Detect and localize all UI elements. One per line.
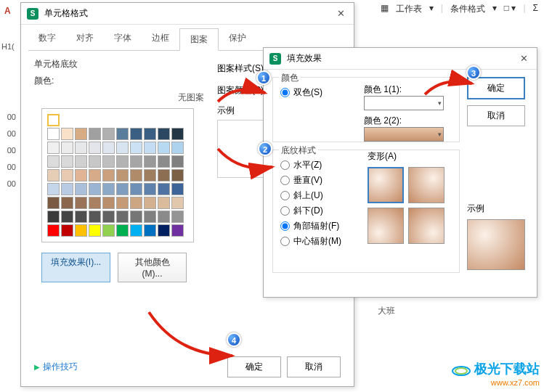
color-swatch[interactable] [61,169,73,181]
color-swatch[interactable] [144,197,156,209]
color-swatch[interactable] [102,169,115,181]
color-swatch[interactable] [47,211,60,223]
color-swatch[interactable] [171,211,184,223]
variant-1[interactable] [368,167,404,203]
color-swatch[interactable] [158,224,170,237]
color-swatch[interactable] [130,183,142,195]
color-swatch[interactable] [116,142,129,154]
color-swatch[interactable] [75,155,87,168]
color-swatch[interactable] [144,183,156,195]
color-swatch[interactable] [89,197,101,209]
color-swatch[interactable] [130,142,142,154]
color-swatch[interactable] [171,155,184,168]
swatch-none[interactable] [47,114,60,126]
color-swatch[interactable] [75,142,87,154]
color-swatch[interactable] [171,128,184,140]
color-swatch[interactable] [116,183,129,195]
color-swatch[interactable] [116,128,129,140]
tab-number[interactable]: 数字 [28,28,66,50]
variant-4[interactable] [408,208,444,244]
color-swatch[interactable] [89,183,101,195]
color-swatch[interactable] [89,224,101,237]
color-swatch[interactable] [75,224,87,237]
color2-select[interactable]: ▾ [364,127,444,142]
color-swatch[interactable] [116,197,129,209]
color-swatch[interactable] [47,224,60,237]
color-swatch[interactable] [116,155,129,168]
color-swatch[interactable] [47,155,60,168]
close-icon[interactable]: ✕ [334,8,348,19]
tab-font[interactable]: 字体 [104,28,142,50]
close-icon[interactable]: ✕ [517,53,531,64]
color-swatch[interactable] [75,128,87,140]
color-swatch[interactable] [158,169,170,181]
color-swatch[interactable] [102,211,115,223]
variant-2[interactable] [408,167,444,203]
color-swatch[interactable] [144,169,156,181]
color-swatch[interactable] [171,197,184,209]
color-swatch[interactable] [102,128,115,140]
color-swatch[interactable] [130,197,142,209]
other-colors-button[interactable]: 其他颜色(M)... [118,253,187,282]
color-swatch[interactable] [130,211,142,223]
tab-protect[interactable]: 保护 [219,28,256,50]
border-icon[interactable]: □ ▾ [504,3,516,15]
color-swatch[interactable] [47,169,60,181]
color-swatch[interactable] [144,142,156,154]
color-swatch[interactable] [158,197,170,209]
color-swatch[interactable] [116,211,129,223]
color-swatch[interactable] [102,224,115,237]
color-swatch[interactable] [158,211,170,223]
color-swatch[interactable] [130,169,142,181]
color-swatch[interactable] [47,142,60,154]
color-swatch[interactable] [144,155,156,168]
color-swatch[interactable] [89,128,101,140]
color-swatch[interactable] [158,183,170,195]
sigma-icon[interactable]: Σ [533,3,538,15]
color-swatch[interactable] [61,128,73,140]
color-swatch[interactable] [102,155,115,168]
color-swatch[interactable] [158,142,170,154]
color-swatch[interactable] [171,224,184,237]
color-swatch[interactable] [89,211,101,223]
color-swatch[interactable] [89,142,101,154]
cancel-button[interactable]: 取消 [287,356,341,377]
cond-format-menu[interactable]: 条件格式 [450,3,485,15]
color-swatch[interactable] [144,128,156,140]
color-swatch[interactable] [75,211,87,223]
color-swatch[interactable] [89,169,101,181]
color-swatch[interactable] [61,197,73,209]
color-swatch[interactable] [102,142,115,154]
color-swatch[interactable] [89,155,101,168]
tab-border[interactable]: 边框 [142,28,179,50]
color-swatch[interactable] [75,169,87,181]
color-swatch[interactable] [102,197,115,209]
color-swatch[interactable] [130,224,142,237]
color-swatch[interactable] [102,183,115,195]
variant-3[interactable] [368,208,404,244]
fill-cancel-button[interactable]: 取消 [467,105,525,126]
sheet-menu[interactable]: 工作表 [396,3,422,15]
color-swatch[interactable] [75,197,87,209]
color-swatch[interactable] [116,169,129,181]
color-swatch[interactable] [61,142,73,154]
color-swatch[interactable] [158,155,170,168]
color-swatch[interactable] [47,128,60,140]
color-swatch[interactable] [75,183,87,195]
color-swatch[interactable] [144,211,156,223]
color-swatch[interactable] [144,224,156,237]
color-swatch[interactable] [61,211,73,223]
color-swatch[interactable] [61,183,73,195]
fill-effects-button[interactable]: 填充效果(I)... [41,253,110,282]
color-swatch[interactable] [158,128,170,140]
color-swatch[interactable] [171,183,184,195]
tab-align[interactable]: 对齐 [66,28,104,50]
color-swatch[interactable] [61,224,73,237]
color-swatch[interactable] [171,142,184,154]
color-swatch[interactable] [130,128,142,140]
color-swatch[interactable] [61,155,73,168]
color-swatch[interactable] [116,224,129,237]
color-swatch[interactable] [47,183,60,195]
color-swatch[interactable] [47,197,60,209]
tab-pattern[interactable]: 图案 [179,28,219,51]
